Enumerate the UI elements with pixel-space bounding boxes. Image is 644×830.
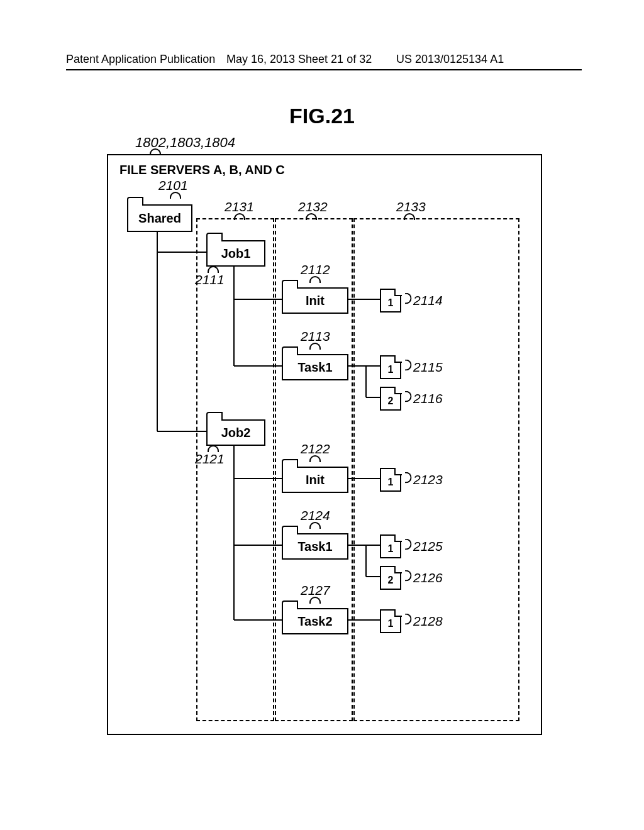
folder-j2-init-label: Init [282,467,348,493]
folder-j1-init: Init [282,287,346,311]
folder-job2: Job2 [206,419,263,443]
folder-job2-label: Job2 [206,419,265,446]
folder-j2-task2: Task2 [282,608,346,632]
header-rule [66,69,582,70]
folder-job1-label: Job1 [206,240,265,267]
folder-j1-task1: Task1 [282,354,346,378]
folder-shared: Shared [127,204,190,230]
file-server-box: FILE SERVERS A, B, AND C 2101 2131 2132 … [107,154,542,735]
patent-page: Patent Application Publication May 16, 2… [0,0,644,830]
file-2123: 1 [380,468,401,492]
file-2125: 1 [380,534,401,558]
folder-j2-task1: Task1 [282,533,346,557]
tree-lines [108,155,541,734]
folder-j1-task1-label: Task1 [282,354,348,380]
header-center: May 16, 2013 Sheet 21 of 32 [226,53,372,66]
folder-job1: Job1 [206,240,263,264]
folder-shared-label: Shared [127,204,192,232]
file-2115: 1 [380,355,401,379]
figure-title: FIG.21 [289,104,355,128]
folder-j2-task1-label: Task1 [282,533,348,560]
file-2126: 2 [380,566,401,590]
file-2128: 1 [380,609,401,633]
file-2114: 1 [380,289,401,313]
file-2116: 2 [380,387,401,411]
outer-box-ref: 1802,1803,1804 [135,135,235,151]
folder-j2-init: Init [282,467,346,490]
header-left: Patent Application Publication [66,53,215,66]
folder-j2-task2-label: Task2 [282,608,348,634]
folder-j1-init-label: Init [282,287,348,314]
header-right: US 2013/0125134 A1 [396,53,504,66]
